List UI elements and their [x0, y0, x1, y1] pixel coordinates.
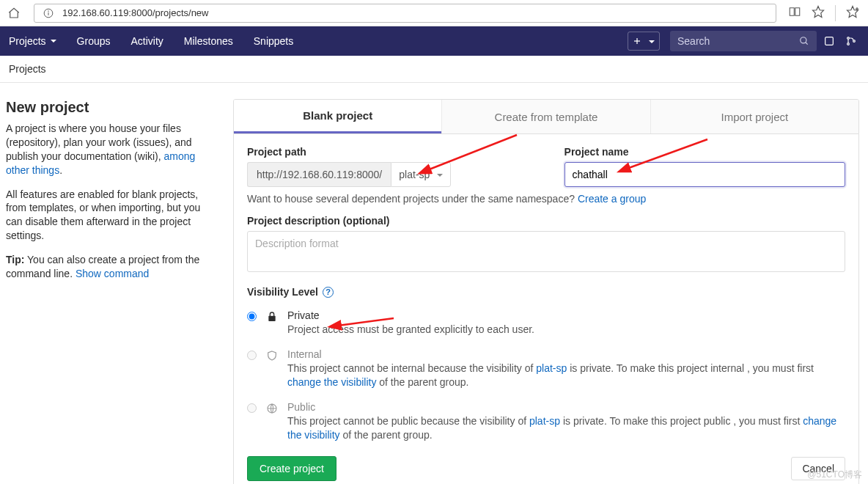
page-tip: Tip: You can also create a project from …	[6, 253, 218, 281]
nav-milestones[interactable]: Milestones	[175, 26, 242, 56]
visibility-public-desc: This project cannot be public because th…	[287, 414, 845, 442]
svg-marker-3	[813, 7, 824, 18]
namespace-hint: Want to house several dependent projects…	[247, 193, 845, 205]
tab-blank[interactable]: Blank project	[234, 100, 441, 133]
form-panel: Blank project Create from template Impor…	[233, 99, 859, 484]
project-desc-input[interactable]	[247, 231, 845, 272]
project-name-input[interactable]	[564, 162, 845, 187]
visibility-private[interactable]: Private Project access must be granted e…	[247, 305, 845, 344]
lock-icon	[265, 310, 279, 323]
nav-snippets[interactable]: Snippets	[245, 26, 302, 56]
nav-activity[interactable]: Activity	[122, 26, 172, 56]
namespace-select[interactable]: plat-sp	[391, 162, 451, 187]
create-project-button[interactable]: Create project	[247, 456, 336, 481]
star-icon[interactable]	[812, 5, 825, 21]
project-tabs: Blank project Create from template Impor…	[233, 99, 859, 134]
visibility-private-title: Private	[287, 309, 845, 321]
project-desc-label: Project description (optional)	[247, 215, 845, 227]
svg-point-12	[847, 37, 850, 40]
top-navbar: Projects Groups Activity Milestones Snip…	[0, 26, 868, 56]
visibility-public-radio	[247, 403, 257, 413]
project-path-input: http://192.168.60.119:8000/ plat-sp	[247, 162, 542, 187]
project-name-label: Project name	[564, 146, 845, 158]
change-visibility-link[interactable]: change the visibility	[287, 376, 376, 388]
favorites-icon[interactable]	[846, 5, 859, 21]
issues-icon[interactable]	[820, 35, 839, 47]
create-group-link[interactable]: Create a group	[578, 193, 646, 205]
visibility-public: Public This project cannot be public bec…	[247, 397, 845, 450]
address-bar[interactable]: 192.168.60.119:8000/projects/new	[34, 4, 776, 23]
svg-point-13	[847, 43, 850, 45]
visibility-internal-desc: This project cannot be internal because …	[287, 362, 845, 389]
help-icon[interactable]: ?	[323, 287, 334, 298]
merge-requests-icon[interactable]	[842, 35, 861, 47]
nav-projects[interactable]: Projects	[0, 26, 65, 56]
visibility-internal-title: Internal	[287, 348, 845, 360]
search-icon	[799, 36, 809, 46]
nav-groups[interactable]: Groups	[68, 26, 119, 56]
svg-point-14	[853, 40, 856, 43]
browser-toolbar: 192.168.60.119:8000/projects/new	[0, 0, 868, 26]
namespace-value: plat-sp	[399, 169, 430, 180]
chevron-down-icon	[434, 169, 443, 180]
chevron-down-icon	[644, 35, 655, 47]
form-pane: Project path http://192.168.60.119:8000/…	[233, 134, 859, 484]
svg-rect-11	[825, 37, 834, 45]
info-icon	[40, 5, 56, 21]
sidebar-info: New project A project is where you house…	[6, 99, 218, 484]
project-path-label: Project path	[247, 146, 542, 158]
svg-point-9	[801, 37, 806, 43]
watermark: @51CTO博客	[807, 469, 862, 481]
globe-icon	[265, 402, 279, 415]
browser-actions	[788, 5, 862, 21]
svg-point-2	[48, 10, 49, 11]
page-desc-2: All features are enabled for blank proje…	[6, 188, 218, 243]
main-content: New project A project is where you house…	[0, 83, 868, 484]
reader-icon[interactable]	[788, 5, 801, 21]
tab-template[interactable]: Create from template	[441, 100, 650, 133]
shield-icon	[265, 349, 279, 362]
svg-marker-4	[847, 7, 858, 18]
show-command-link[interactable]: Show command	[76, 268, 149, 279]
search-placeholder: Search	[677, 35, 710, 47]
visibility-private-desc: Project access must be granted explicitl…	[287, 323, 845, 337]
tab-import[interactable]: Import project	[650, 100, 858, 133]
visibility-private-radio[interactable]	[247, 312, 257, 321]
svg-line-10	[806, 43, 808, 45]
new-button[interactable]	[628, 32, 660, 51]
url-text: 192.168.60.119:8000/projects/new	[62, 7, 209, 18]
visibility-level-label: Visibility Level ?	[247, 286, 845, 298]
path-base: http://192.168.60.119:8000/	[247, 162, 391, 187]
visibility-internal-radio	[247, 351, 257, 360]
page-desc-1: A project is where you house your files …	[6, 122, 218, 177]
page-title: New project	[6, 99, 218, 116]
visibility-public-title: Public	[287, 401, 845, 413]
visibility-internal: Internal This project cannot be internal…	[247, 344, 845, 397]
namespace-link[interactable]: plat-sp	[529, 415, 560, 427]
breadcrumb: Projects	[0, 56, 868, 83]
search-input[interactable]: Search	[670, 31, 817, 51]
home-icon[interactable]	[6, 5, 22, 21]
namespace-link[interactable]: plat-sp	[536, 362, 567, 374]
